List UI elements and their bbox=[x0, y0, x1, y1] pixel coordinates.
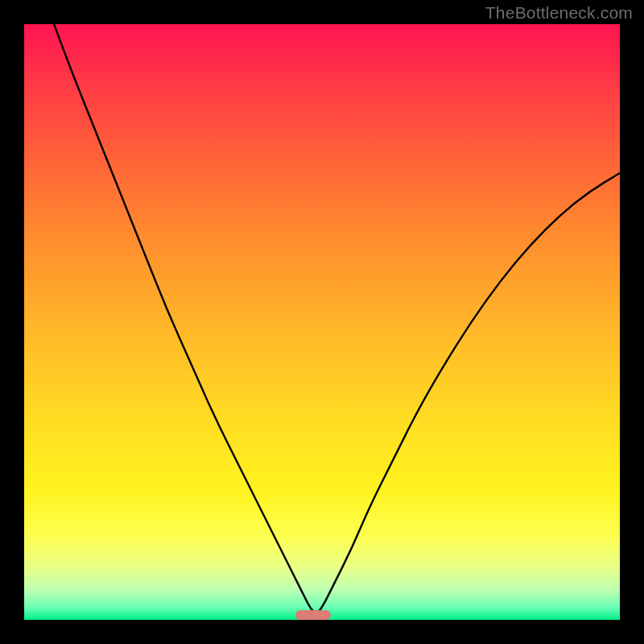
watermark-text: TheBottleneck.com bbox=[485, 3, 633, 23]
optimum-marker bbox=[295, 610, 331, 620]
chart-frame: TheBottleneck.com bbox=[0, 0, 644, 644]
bottleneck-curve bbox=[24, 24, 620, 620]
plot-area bbox=[24, 24, 620, 620]
